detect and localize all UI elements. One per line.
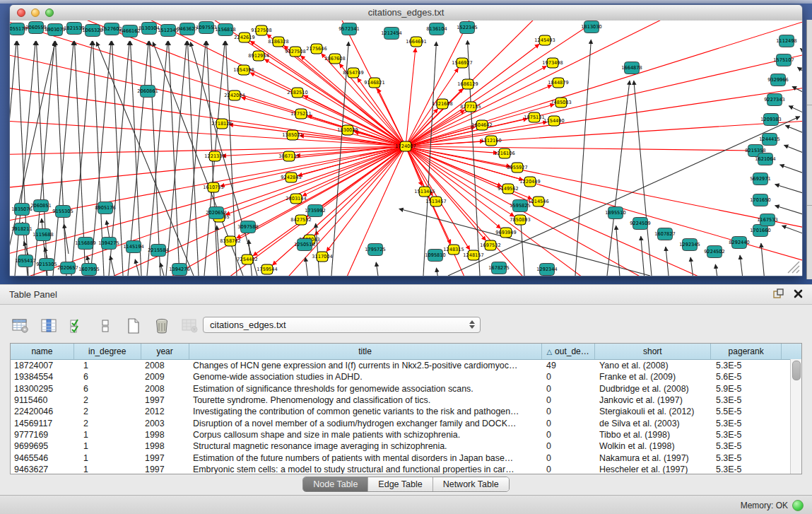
table-selector-dropdown[interactable]: citations_edges.txt bbox=[203, 317, 481, 333]
graph-node[interactable]: 2175646 bbox=[306, 44, 326, 54]
graph-node[interactable]: 1621064 bbox=[755, 153, 775, 165]
graph-node[interactable]: 1678275 bbox=[488, 262, 509, 274]
column-header-name[interactable]: name bbox=[11, 344, 74, 359]
graph-node[interactable]: 1686129 bbox=[457, 79, 478, 89]
graph-node[interactable]: 1292345 bbox=[679, 239, 700, 251]
graph-node[interactable]: 1701660 bbox=[750, 225, 770, 237]
graph-node[interactable]: 1216106 bbox=[494, 148, 514, 158]
graph-node[interactable]: 1244415 bbox=[759, 134, 779, 146]
tab-network-table[interactable]: Network Table bbox=[433, 477, 509, 491]
close-panel-icon[interactable] bbox=[793, 288, 804, 299]
graph-node[interactable]: 1112498 bbox=[776, 35, 796, 47]
graph-node[interactable]: 9224509 bbox=[630, 218, 650, 230]
table-scrollbar[interactable] bbox=[790, 359, 801, 474]
graph-node[interactable]: 1292344 bbox=[536, 264, 557, 276]
graph-node[interactable]: 2020658 bbox=[206, 207, 226, 219]
graph-node[interactable]: 8130304 bbox=[139, 23, 159, 35]
graph-node[interactable]: 2060851 bbox=[30, 200, 51, 212]
graph-node[interactable]: 1813030 bbox=[581, 21, 601, 33]
tab-edge-table[interactable]: Edge Table bbox=[368, 477, 433, 491]
graph-node[interactable]: 9155305 bbox=[52, 206, 73, 218]
graph-node[interactable]: 3097588 bbox=[237, 221, 258, 233]
graph-node[interactable]: 9572341 bbox=[339, 23, 359, 35]
graph-node[interactable]: 1097553 bbox=[196, 22, 216, 34]
graph-node[interactable]: 2242004 bbox=[224, 90, 245, 100]
table-row[interactable]: 1830029562008Estimation of significance … bbox=[11, 383, 801, 395]
graph-node[interactable]: 3918211 bbox=[11, 223, 32, 235]
graph-node[interactable]: 1167533 bbox=[757, 214, 777, 226]
graph-node[interactable]: 1065328 bbox=[82, 25, 102, 37]
graph-node[interactable]: 9329966 bbox=[767, 74, 788, 86]
graph-node[interactable]: 2060559 bbox=[25, 22, 46, 34]
graph-node[interactable]: 1664691 bbox=[406, 37, 426, 47]
table-row[interactable]: 946362711997Embryonic stem cells: a mode… bbox=[11, 464, 801, 474]
graph-node[interactable]: 1875131 bbox=[524, 112, 544, 122]
graph-node[interactable]: 1145194 bbox=[123, 241, 143, 253]
graph-node[interactable]: 9463627 bbox=[177, 23, 197, 35]
show-columns-icon[interactable] bbox=[40, 317, 58, 335]
graph-node[interactable]: 1245493 bbox=[534, 35, 555, 45]
graph-node[interactable]: 7850893 bbox=[510, 215, 530, 225]
graph-node[interactable]: 1055417 bbox=[15, 255, 35, 267]
graph-node[interactable]: 1014546 bbox=[528, 197, 548, 206]
delete-table-icon[interactable] bbox=[153, 317, 171, 335]
table-row[interactable]: 2242004622012Investigating the contribut… bbox=[11, 406, 801, 417]
graph-node[interactable]: 1664878 bbox=[621, 62, 642, 74]
graph-node[interactable]: 2242619 bbox=[234, 33, 254, 42]
graph-node[interactable]: 1604642 bbox=[471, 120, 492, 130]
graph-node[interactable]: 1394276 bbox=[169, 264, 189, 276]
float-panel-icon[interactable] bbox=[772, 288, 784, 300]
graph-node[interactable]: 8955927 bbox=[507, 163, 527, 173]
graph-node[interactable]: 9227343 bbox=[764, 94, 784, 106]
graph-node[interactable]: 1595825 bbox=[510, 200, 530, 212]
graph-node[interactable]: 7485083 bbox=[551, 98, 571, 107]
graph-node[interactable]: 1156818 bbox=[215, 24, 235, 36]
graph-node[interactable]: 8912954 bbox=[248, 51, 269, 61]
column-header-title[interactable]: title bbox=[189, 344, 542, 359]
graph-node[interactable]: 1895510 bbox=[605, 207, 625, 219]
tab-node-table[interactable]: Node Table bbox=[303, 477, 368, 491]
graph-node[interactable]: 1607955 bbox=[78, 264, 99, 276]
graph-node[interactable]: 9242845 bbox=[281, 173, 301, 182]
graph-node[interactable]: 1759544 bbox=[257, 264, 277, 274]
graph-node[interactable]: 8136104 bbox=[426, 23, 447, 35]
graph-node[interactable]: 1527602 bbox=[101, 23, 122, 35]
graph-node[interactable]: 2867608 bbox=[324, 54, 345, 64]
table-row[interactable]: 911546021997Tourette syndrome. Phenomeno… bbox=[11, 395, 801, 406]
table-row[interactable]: 969969511998Structural magnetic resonanc… bbox=[11, 440, 801, 452]
graph-node[interactable]: 9224502 bbox=[704, 246, 724, 258]
graph-node[interactable]: 1115688 bbox=[33, 229, 53, 241]
graph-node[interactable]: 1312160 bbox=[481, 136, 501, 146]
graph-node[interactable]: 2020657 bbox=[57, 262, 78, 274]
graph-node[interactable]: 8905176 bbox=[95, 202, 115, 214]
column-header-short[interactable]: short bbox=[595, 344, 712, 359]
graph-node[interactable]: 9127508 bbox=[251, 25, 271, 35]
graph-node[interactable]: 1154490 bbox=[543, 116, 564, 126]
graph-node[interactable]: 1546927 bbox=[452, 58, 472, 68]
graph-node[interactable]: 9055176 bbox=[10, 23, 28, 35]
graph-node[interactable]: 6466162 bbox=[119, 25, 140, 37]
graph-node[interactable]: 1220449 bbox=[519, 177, 540, 187]
graph-node[interactable]: 9146821 bbox=[364, 78, 384, 88]
table-row[interactable]: 1872400712008Changes of HCN gene express… bbox=[11, 360, 801, 371]
graph-node[interactable]: 8292440 bbox=[729, 237, 749, 249]
graph-node[interactable]: 1248315 bbox=[443, 245, 464, 255]
graph-node[interactable]: 8903079 bbox=[45, 24, 65, 36]
graph-node[interactable]: 1512345 bbox=[158, 25, 178, 37]
graph-node[interactable]: 1522345 bbox=[457, 22, 477, 34]
graph-node[interactable]: 9327508 bbox=[285, 47, 305, 57]
select-rows-icon[interactable] bbox=[68, 317, 86, 335]
graph-node[interactable]: 1575107 bbox=[773, 54, 794, 66]
graph-node[interactable]: 9693949 bbox=[495, 228, 516, 238]
graph-node[interactable]: 1835076 bbox=[11, 204, 32, 216]
column-header-in_degree[interactable]: in_degree bbox=[74, 344, 141, 359]
graph-node[interactable]: 1795725 bbox=[365, 244, 385, 256]
graph-node[interactable]: 5692971 bbox=[750, 173, 770, 185]
graph-node[interactable]: 1701650 bbox=[750, 194, 770, 206]
graph-node[interactable]: 1156889 bbox=[75, 238, 95, 250]
column-header-year[interactable]: year bbox=[141, 344, 189, 359]
graph-node[interactable]: 3117004 bbox=[312, 252, 332, 262]
window-titlebar[interactable]: citations_edges.txt bbox=[10, 5, 802, 21]
graph-node[interactable]: 1735992 bbox=[305, 205, 325, 217]
graph-node[interactable]: 1394275 bbox=[98, 238, 119, 250]
